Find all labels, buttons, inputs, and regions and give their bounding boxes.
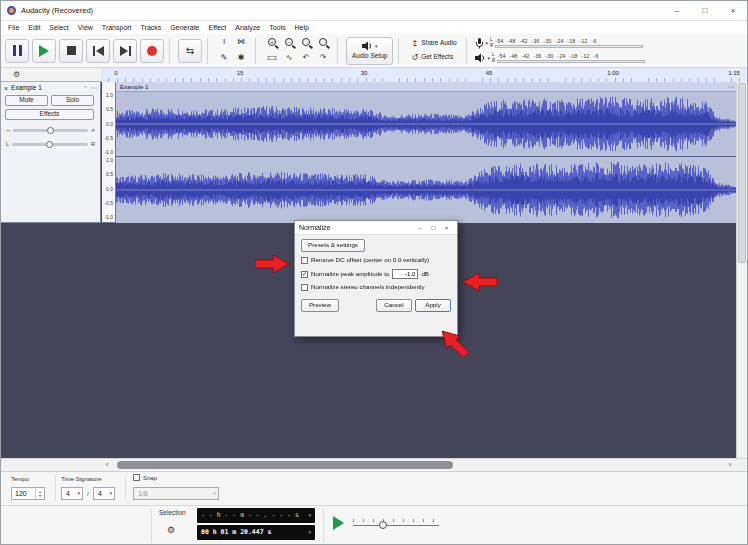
selection-start-field[interactable]: - - h - - m - - . - - - s ▾ [197,508,315,523]
minimize-button[interactable]: – [663,1,691,20]
remove-dc-offset-checkbox[interactable] [301,257,308,264]
zoom-in-button[interactable]: + [264,35,280,50]
track-collapse-icon[interactable]: ⌃ [83,86,87,91]
mute-button[interactable]: Mute [5,95,48,106]
dialog-titlebar[interactable]: Normalize – □ × [295,221,457,235]
scroll-left-arrow[interactable]: ‹ [101,459,113,471]
timeline-options-gear-icon[interactable]: ⚙ [13,71,20,79]
play-at-speed-button[interactable] [333,516,344,530]
menu-item-select[interactable]: Select [49,24,68,31]
menu-item-tracks[interactable]: Tracks [141,24,162,31]
dialog-close-button[interactable]: × [440,225,453,231]
playback-meter-bar [497,60,645,63]
timeline-ruler[interactable]: 0 15 30 45 1:00 1:15 [101,68,748,82]
bottom-toolbar: Tempo 120 ▴▾ Time Signature 4▾ / 4▾ Snap… [1,471,747,545]
timesig-lower-dropdown[interactable]: 4▾ [93,487,115,500]
maximize-button[interactable]: □ [691,1,719,20]
menu-item-edit[interactable]: Edit [28,24,40,31]
horizontal-scrollbar-thumb[interactable] [117,461,453,469]
normalize-stereo-independently-label: Normalize stereo channels independently [311,284,425,290]
zoom-toggle-button[interactable] [315,35,331,50]
dialog-minimize-button[interactable]: – [414,225,427,231]
share-audio-button[interactable]: ↥ Share Audio [407,37,460,50]
menu-item-tools[interactable]: Tools [269,24,285,31]
menu-item-generate[interactable]: Generate [170,24,199,31]
toolbar-separator [337,38,341,64]
share-icon: ↥ [411,40,418,48]
redo-button[interactable]: ↷ [315,51,331,66]
envelope-tool-button[interactable]: ⋈ [233,35,249,50]
dialog-title: Normalize [299,224,331,231]
scroll-right-arrow[interactable]: › [724,459,736,471]
skip-to-end-button[interactable] [113,39,137,63]
track-name[interactable]: Example 1 [11,85,42,92]
record-button[interactable] [140,39,164,63]
loop-button[interactable]: ⇆ [178,39,202,63]
zoom-out-button[interactable]: − [281,35,297,50]
spinner-arrows[interactable]: ▴▾ [35,488,44,499]
horizontal-scrollbar[interactable]: ‹ › [1,458,747,471]
get-effects-label: Get Effects [421,54,453,61]
toolbar: ⇆ I ⋈ ✎ ✱ + − ⊏⊐ ∿ ↶ ↷ ▾ Audio Setup [1,34,747,68]
tick-label: 1:00 [607,70,619,76]
audio-clip[interactable]: Example 1 ⋯ [116,82,738,223]
vertical-scrollbar[interactable] [736,82,747,458]
zoom-selection-button[interactable] [298,35,314,50]
menu-item-effect[interactable]: Effect [209,24,227,31]
snap-interval-dropdown[interactable]: 1/8▾ [133,487,219,500]
gain-slider[interactable] [13,129,88,132]
snap-checkbox[interactable] [133,474,140,481]
selection-tool-button[interactable]: I [216,35,232,50]
pan-slider-knob[interactable] [46,141,53,148]
multi-tool-button[interactable]: ✱ [233,51,249,66]
play-speed-knob[interactable] [379,521,387,529]
selection-options-gear-icon[interactable]: ⚙ [167,526,175,535]
loop-icon: ⇆ [186,46,194,56]
skip-to-start-button[interactable] [86,39,110,63]
clip-menu-kebab-icon[interactable]: ⋯ [728,84,734,90]
chevron-down-icon: ▾ [308,530,311,535]
tempo-spinner[interactable]: 120 ▴▾ [11,487,45,500]
gain-slider-knob[interactable] [47,127,54,134]
solo-button[interactable]: Solo [51,95,94,106]
apply-button[interactable]: Apply [415,299,451,312]
track-menu-kebab-icon[interactable]: ⋯ [91,85,98,92]
menu-item-view[interactable]: View [78,24,93,31]
pause-button[interactable] [5,39,29,63]
preview-button[interactable]: Preview [301,299,339,312]
draw-tool-button[interactable]: ✎ [216,51,232,66]
play-speed-slider[interactable] [353,525,439,526]
dialog-maximize-button[interactable]: □ [427,225,440,231]
menu-item-transport[interactable]: Transport [102,24,132,31]
normalize-stereo-independently-checkbox[interactable] [301,284,308,291]
trim-audio-button[interactable]: ⊏⊐ [264,51,280,66]
pan-slider[interactable] [12,143,88,146]
normalize-peak-checkbox[interactable]: ✓ [301,271,308,278]
waveform-channel-1[interactable] [116,92,738,156]
stop-button[interactable] [59,39,83,63]
vertical-scrollbar-thumb[interactable] [738,83,746,263]
silence-audio-button[interactable]: ∿ [281,51,297,66]
menu-item-analyze[interactable]: Analyze [235,24,260,31]
selection-end-field[interactable]: 00 h 01 m 20.447 s ▾ [197,525,315,540]
recording-meter[interactable]: ▾ LR -54 -48 -42 -36 -30 -24 -18 -12 -6 [475,36,646,50]
waveform-channel-2[interactable] [116,157,738,223]
get-effects-button[interactable]: ↺ Get Effects [407,51,460,64]
presets-settings-button[interactable]: Presets & settings [301,239,365,252]
menu-item-file[interactable]: File [8,24,19,31]
audio-setup-button[interactable]: ▾ Audio Setup [346,37,393,65]
tick-label: 15 [237,70,244,76]
clip-title-strip[interactable]: Example 1 ⋯ [116,82,738,92]
play-button[interactable] [32,39,56,63]
undo-button[interactable]: ↶ [298,51,314,66]
effects-button[interactable]: Effects [5,109,94,120]
timesig-upper-dropdown[interactable]: 4▾ [61,487,83,500]
cancel-button[interactable]: Cancel [376,299,412,312]
peak-amplitude-input[interactable] [392,269,418,279]
close-button[interactable]: × [719,1,747,20]
titlebar: Audacity (Recovered) – □ × [1,1,747,21]
track-close-icon[interactable]: × [4,85,8,92]
playback-meter[interactable]: ▾ LR -54 -48 -42 -36 -30 -24 -18 -12 -6 [475,51,646,65]
zoom-in-icon: + [268,38,276,46]
menu-item-help[interactable]: Help [295,24,309,31]
